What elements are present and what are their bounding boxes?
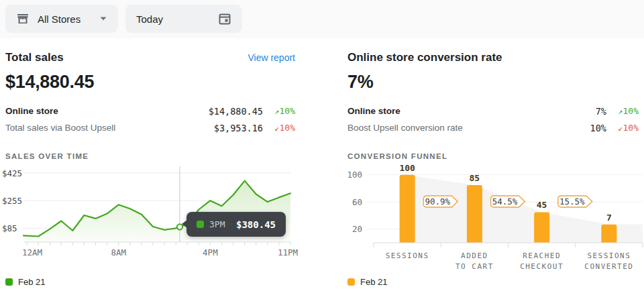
date-selector-label: Today <box>136 13 163 25</box>
metric-change: ↗10% <box>263 106 295 116</box>
up-arrow-icon: ↗ <box>618 107 623 116</box>
metric-label: Total sales via Boost Upsell <box>5 123 201 133</box>
tooltip-value: $380.45 <box>236 219 276 230</box>
total-sales-panel: Total sales View report $14,880.45 Onlin… <box>5 51 295 160</box>
metric-row-online-store: Online store $14,880.45 ↗10% <box>5 103 295 119</box>
conversion-value: 7% <box>347 72 639 93</box>
svg-text:TO CART: TO CART <box>455 262 494 271</box>
conversion-rows: Online store 7% ↗10% Boost Upsell conver… <box>347 103 639 136</box>
tooltip-series-swatch <box>197 221 204 228</box>
svg-text:8AM: 8AM <box>111 247 126 257</box>
top-bar: All Stores Today <box>0 0 644 38</box>
chevron-down-icon <box>99 16 107 21</box>
svg-text:SESSIONS: SESSIONS <box>386 251 429 260</box>
conversion-title: Online store conversion rate <box>347 51 502 64</box>
legend-label: Feb 21 <box>360 277 387 287</box>
metric-label: Boost Upsell conversion rate <box>347 123 545 133</box>
down-arrow-icon: ↙ <box>274 123 279 133</box>
conversion-panel: Online store conversion rate 7% Online s… <box>347 51 639 160</box>
metric-change: ↙10% <box>263 123 295 133</box>
tooltip-time: 3PM <box>209 219 225 229</box>
svg-text:4PM: 4PM <box>203 247 218 257</box>
svg-text:SESSIONS: SESSIONS <box>587 251 631 260</box>
metric-row-boost-upsell: Total sales via Boost Upsell $3,953.16 ↙… <box>5 119 295 136</box>
svg-text:100: 100 <box>399 163 415 173</box>
legend-label: Feb 21 <box>18 277 45 287</box>
total-sales-title: Total sales <box>5 51 64 64</box>
svg-text:20: 20 <box>352 224 362 234</box>
metric-row-online-store: Online store 7% ↗10% <box>347 103 639 119</box>
total-sales-header: Total sales View report <box>5 51 295 64</box>
total-sales-value: $14,880.45 <box>5 72 295 93</box>
metric-change: ↙10% <box>606 123 639 133</box>
date-selector[interactable]: Today <box>125 5 242 33</box>
store-selector[interactable]: All Stores <box>5 5 118 33</box>
svg-text:7: 7 <box>606 213 612 223</box>
svg-text:11PM: 11PM <box>278 247 298 257</box>
svg-text:CHECKOUT: CHECKOUT <box>520 262 564 271</box>
legend-swatch-green <box>5 278 13 286</box>
metric-value: $3,953.16 <box>201 123 263 133</box>
svg-text:12AM: 12AM <box>22 247 42 257</box>
svg-text:60: 60 <box>352 197 362 207</box>
svg-text:$425: $425 <box>2 168 22 178</box>
sales-legend: Feb 21 <box>5 277 45 287</box>
metric-row-boost-upsell: Boost Upsell conversion rate 10% ↙10% <box>347 119 639 136</box>
conversion-funnel-heading: CONVERSION FUNNEL <box>347 152 639 160</box>
svg-text:54.5%: 54.5% <box>492 196 518 207</box>
store-icon <box>16 12 30 25</box>
sales-over-time-heading: SALES OVER TIME <box>5 152 295 160</box>
down-arrow-icon: ↙ <box>618 123 623 133</box>
store-selector-label: All Stores <box>38 13 80 25</box>
svg-text:$85: $85 <box>2 223 17 233</box>
metric-label: Online store <box>347 106 545 116</box>
calendar-icon <box>218 12 231 25</box>
metric-change: ↗10% <box>606 106 639 116</box>
svg-text:CONVERTED: CONVERTED <box>584 262 633 271</box>
legend-swatch-orange <box>347 278 355 286</box>
svg-text:REACHED: REACHED <box>523 251 561 260</box>
svg-text:45: 45 <box>537 200 547 210</box>
total-sales-rows: Online store $14,880.45 ↗10% Total sales… <box>5 103 295 136</box>
metric-value: 7% <box>545 106 606 117</box>
metric-label: Online store <box>5 106 201 116</box>
conversion-funnel-chart[interactable]: 10060201008545790.9%54.5%15.5%SESSIONSAD… <box>342 161 644 275</box>
conversion-header: Online store conversion rate <box>347 51 639 64</box>
metric-value: 10% <box>545 123 606 133</box>
up-arrow-icon: ↗ <box>274 107 279 116</box>
chart-tooltip: 3PM $380.45 <box>186 212 286 237</box>
svg-text:85: 85 <box>470 173 480 183</box>
svg-text:90.9%: 90.9% <box>425 196 450 207</box>
funnel-legend: Feb 21 <box>347 277 387 287</box>
svg-text:$255: $255 <box>2 196 22 206</box>
svg-text:15.5%: 15.5% <box>559 196 585 207</box>
metric-value: $14,880.45 <box>201 106 263 117</box>
view-report-link[interactable]: View report <box>248 52 295 63</box>
svg-text:ADDED: ADDED <box>461 251 488 260</box>
svg-text:100: 100 <box>347 170 362 180</box>
